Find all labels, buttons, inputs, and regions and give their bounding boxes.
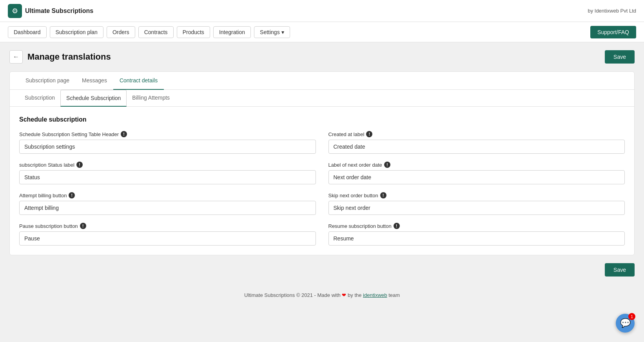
subtabs-row: Subscription Schedule Subscription Billi…	[10, 90, 634, 107]
subtab-subscription[interactable]: Subscription	[19, 90, 60, 107]
label-resume-subscription: Resume subscription button !	[328, 223, 625, 229]
footer-suffix: by the	[348, 292, 361, 298]
section-title: Schedule subscription	[19, 116, 625, 123]
info-icon-skip-next-order[interactable]: !	[380, 192, 386, 198]
tab-subscription-page[interactable]: Subscription page	[19, 72, 76, 90]
info-icon-attempt-billing[interactable]: !	[69, 192, 75, 198]
tab-messages[interactable]: Messages	[76, 72, 113, 90]
field-subscription-status-label: subscription Status label !	[19, 162, 316, 184]
input-pause-subscription-button[interactable]	[19, 231, 316, 246]
field-next-order-date-label: Label of next order date !	[328, 162, 625, 184]
nav-orders[interactable]: Orders	[107, 26, 135, 38]
nav-contracts[interactable]: Contracts	[138, 26, 174, 38]
support-faq-button[interactable]: Support/FAQ	[590, 26, 636, 38]
info-icon-pause-subscription[interactable]: !	[80, 223, 86, 229]
tabs-row: Subscription page Messages Contract deta…	[10, 72, 634, 90]
footer-copyright: Ultimate Subscriptions © 2021 - Made wit…	[244, 292, 341, 298]
app-branding: ⚙ Ultimate Subscriptions	[8, 4, 93, 18]
nav-products[interactable]: Products	[177, 26, 210, 38]
label-skip-next-order: Skip next order button !	[328, 192, 625, 198]
input-next-order-date-label[interactable]	[328, 170, 625, 184]
input-schedule-setting-header[interactable]	[19, 140, 316, 154]
label-schedule-setting-header: Schedule Subscription Setting Table Head…	[19, 131, 316, 137]
label-next-order-date: Label of next order date !	[328, 162, 625, 168]
field-created-at-label: Created at label !	[328, 131, 625, 154]
label-attempt-billing: Attempt billing button !	[19, 192, 316, 198]
nav-bar: Dashboard Subscription plan Orders Contr…	[0, 22, 644, 42]
footer-link[interactable]: identixweb	[363, 292, 387, 298]
input-skip-next-order-button[interactable]	[328, 201, 625, 215]
field-schedule-setting-header: Schedule Subscription Setting Table Head…	[19, 131, 316, 154]
label-pause-subscription: Pause subscription button !	[19, 223, 316, 229]
app-name: Ultimate Subscriptions	[25, 7, 93, 15]
input-resume-subscription-button[interactable]	[328, 231, 625, 246]
field-pause-subscription-button: Pause subscription button !	[19, 223, 316, 246]
page-header: ← Manage translations Save	[9, 50, 635, 64]
nav-settings[interactable]: Settings ▾	[254, 26, 290, 38]
back-button[interactable]: ←	[9, 50, 23, 64]
subtab-schedule-subscription[interactable]: Schedule Subscription	[60, 90, 127, 107]
save-button-top[interactable]: Save	[605, 50, 635, 64]
input-subscription-status-label[interactable]	[19, 170, 316, 184]
page-footer-actions: Save	[9, 263, 635, 277]
logo-icon: ⚙	[12, 7, 18, 15]
info-icon-subscription-status[interactable]: !	[76, 162, 83, 168]
nav-links: Dashboard Subscription plan Orders Contr…	[8, 26, 290, 38]
nav-dashboard[interactable]: Dashboard	[8, 26, 47, 38]
info-icon-next-order-date[interactable]: !	[384, 162, 390, 168]
top-bar: ⚙ Ultimate Subscriptions by Identixweb P…	[0, 0, 644, 22]
field-resume-subscription-button: Resume subscription button !	[328, 223, 625, 246]
field-skip-next-order-button: Skip next order button !	[328, 192, 625, 215]
subtab-billing-attempts[interactable]: Billing Attempts	[127, 90, 175, 107]
nav-integration[interactable]: Integration	[213, 26, 251, 38]
info-icon-schedule-setting[interactable]: !	[121, 131, 127, 137]
app-by: by Identixweb Pvt Ltd	[588, 8, 636, 14]
heart-icon: ❤	[342, 292, 348, 298]
form-content: Schedule subscription Schedule Subscript…	[10, 107, 634, 255]
input-attempt-billing-button[interactable]	[19, 201, 316, 215]
page-header-left: ← Manage translations	[9, 50, 111, 64]
page-title: Manage translations	[27, 52, 111, 62]
label-created-at: Created at label !	[328, 131, 625, 137]
tab-contract-details[interactable]: Contract details	[113, 72, 164, 90]
save-button-bottom[interactable]: Save	[605, 263, 635, 277]
info-icon-created-at[interactable]: !	[366, 131, 372, 137]
main-content: ← Manage translations Save Subscription …	[0, 42, 644, 314]
input-created-at-label[interactable]	[328, 140, 625, 154]
field-attempt-billing-button: Attempt billing button !	[19, 192, 316, 215]
translations-card: Subscription page Messages Contract deta…	[9, 71, 635, 255]
footer-end: team	[388, 292, 400, 298]
footer-text: Ultimate Subscriptions © 2021 - Made wit…	[9, 284, 635, 306]
info-icon-resume-subscription[interactable]: !	[394, 223, 400, 229]
nav-subscription-plan[interactable]: Subscription plan	[50, 26, 103, 38]
app-logo: ⚙	[8, 4, 22, 18]
form-grid: Schedule Subscription Setting Table Head…	[19, 131, 625, 246]
label-subscription-status: subscription Status label !	[19, 162, 316, 168]
